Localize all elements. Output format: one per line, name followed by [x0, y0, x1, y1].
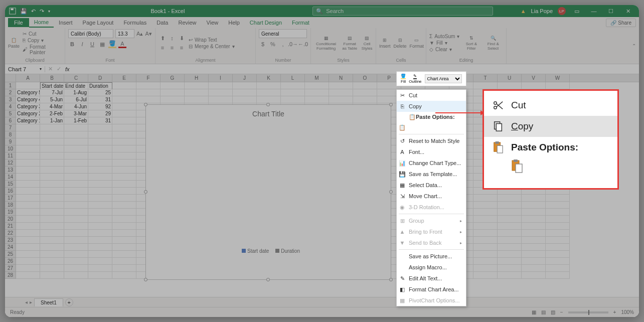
cell[interactable]: [64, 244, 88, 251]
autosum-button[interactable]: ΣAutoSum ▾: [429, 34, 459, 39]
ctx-change-chart-type[interactable]: 📊Change Chart Type...: [397, 157, 466, 169]
cell[interactable]: [16, 138, 40, 145]
cell[interactable]: [522, 202, 546, 209]
cell[interactable]: [281, 82, 305, 89]
cell[interactable]: 92: [88, 103, 112, 110]
cell[interactable]: [136, 82, 160, 89]
cell[interactable]: 2-Feb: [40, 110, 64, 117]
cell[interactable]: [16, 230, 40, 237]
number-format-select[interactable]: [259, 29, 307, 38]
cell[interactable]: [136, 89, 160, 96]
cell[interactable]: [498, 216, 522, 223]
cell[interactable]: [16, 188, 40, 195]
cell[interactable]: [40, 272, 64, 279]
clear-button[interactable]: ◇Clear ▾: [429, 47, 459, 52]
cell[interactable]: [498, 230, 522, 237]
cell[interactable]: Duration: [88, 82, 112, 89]
cell[interactable]: [88, 195, 112, 202]
cell[interactable]: [546, 216, 570, 223]
cell[interactable]: [522, 195, 546, 202]
cell[interactable]: [40, 159, 64, 167]
cell[interactable]: [546, 244, 570, 251]
font-family-select[interactable]: [68, 29, 113, 38]
bold-button[interactable]: B: [68, 40, 76, 48]
cell[interactable]: [522, 251, 546, 258]
zoom-in-icon[interactable]: +: [613, 309, 616, 315]
cell[interactable]: [64, 167, 88, 174]
cell[interactable]: [522, 230, 546, 237]
cell[interactable]: [64, 131, 88, 138]
cell[interactable]: [40, 237, 64, 244]
cell[interactable]: [473, 202, 498, 209]
ctx-font[interactable]: AFont...: [397, 146, 466, 157]
cell[interactable]: [64, 195, 88, 202]
cell[interactable]: 7-Jul: [40, 89, 64, 96]
tab-insert[interactable]: Insert: [54, 18, 78, 27]
tab-chart-design[interactable]: Chart Design: [245, 18, 287, 27]
column-header[interactable]: C: [64, 74, 88, 82]
cut-button[interactable]: ✂Cut: [23, 31, 62, 37]
tab-view[interactable]: View: [202, 18, 224, 27]
row-header[interactable]: 28: [5, 272, 16, 279]
align-center-icon[interactable]: ≡: [168, 44, 176, 52]
cell[interactable]: [353, 89, 377, 96]
cell[interactable]: [546, 202, 570, 209]
copy-button[interactable]: ⎘Copy ▾: [23, 38, 62, 43]
cell[interactable]: [136, 96, 160, 103]
cell[interactable]: [88, 244, 112, 251]
cell[interactable]: [88, 159, 112, 167]
cell[interactable]: [112, 167, 136, 174]
tab-help[interactable]: Help: [223, 18, 245, 27]
view-normal-icon[interactable]: ▦: [532, 309, 536, 315]
paste-default-icon[interactable]: [511, 160, 523, 172]
cell[interactable]: [16, 265, 40, 272]
cell[interactable]: [64, 237, 88, 244]
cell[interactable]: [88, 265, 112, 272]
cell[interactable]: [546, 237, 570, 244]
cell[interactable]: [498, 202, 522, 209]
cell[interactable]: [40, 174, 64, 181]
align-right-icon[interactable]: ≡: [178, 44, 186, 52]
cell[interactable]: [64, 145, 88, 152]
row-header[interactable]: 9: [5, 138, 16, 145]
cell[interactable]: [257, 96, 281, 103]
cell[interactable]: [16, 181, 40, 188]
cell[interactable]: [40, 258, 64, 265]
user-name[interactable]: Lia Pope: [531, 8, 553, 14]
column-header[interactable]: W: [546, 74, 570, 82]
format-painter-button[interactable]: 🖌Format Painter: [23, 44, 62, 55]
chart-legend[interactable]: Start date Duration: [146, 246, 391, 256]
cell[interactable]: 1-Jan: [40, 117, 64, 124]
cell[interactable]: [64, 174, 88, 181]
cell[interactable]: [40, 202, 64, 209]
cell[interactable]: [88, 272, 112, 279]
delete-cells-button[interactable]: ⊟Delete: [394, 38, 407, 49]
cell[interactable]: [40, 244, 64, 251]
cell[interactable]: [16, 195, 40, 202]
cell[interactable]: [16, 237, 40, 244]
cell[interactable]: [112, 174, 136, 181]
cell[interactable]: [16, 152, 40, 159]
cell[interactable]: [112, 110, 136, 117]
cell[interactable]: [16, 272, 40, 279]
cell[interactable]: [88, 167, 112, 174]
cell[interactable]: [329, 89, 353, 96]
row-header[interactable]: 24: [5, 244, 16, 251]
cell[interactable]: [185, 82, 209, 89]
view-layout-icon[interactable]: ▤: [541, 309, 546, 315]
paste-button[interactable]: 📋 Paste: [8, 38, 20, 49]
column-header[interactable]: D: [88, 74, 112, 82]
cell[interactable]: [112, 181, 136, 188]
cell[interactable]: [522, 237, 546, 244]
cell[interactable]: [40, 145, 64, 152]
conditional-formatting-button[interactable]: ▦Conditional Formatting: [314, 36, 338, 51]
cell[interactable]: [112, 103, 136, 110]
search-box[interactable]: 🔍 Search: [312, 7, 493, 16]
ctx-select-data[interactable]: ▦Select Data...: [397, 180, 466, 191]
fill-color-button[interactable]: 🪣: [108, 40, 116, 48]
cell[interactable]: [257, 89, 281, 96]
cell[interactable]: [546, 209, 570, 216]
cell[interactable]: [40, 138, 64, 145]
cell[interactable]: [40, 152, 64, 159]
cell[interactable]: [64, 181, 88, 188]
